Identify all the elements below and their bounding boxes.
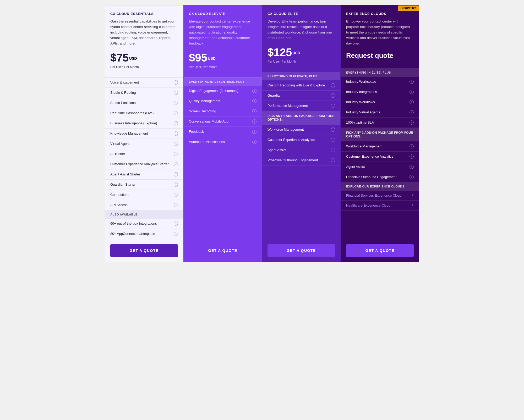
list-item: Customer Experience Analytics Starteri (105, 159, 183, 169)
elevate-cta-area: GET A QUOTE (184, 239, 262, 262)
info-icon[interactable]: i (174, 142, 178, 146)
list-item: 100% Uptime SLAi (341, 118, 419, 128)
elevate-header: CX CLOUD ELEVATE Elevate your contact ce… (184, 5, 262, 77)
info-icon[interactable]: i (331, 158, 335, 162)
list-item: Workforce Managementi (262, 125, 340, 135)
info-icon[interactable]: i (174, 162, 178, 166)
elite-cta-button[interactable]: GET A QUOTE (268, 244, 335, 257)
info-icon[interactable]: i (174, 222, 178, 226)
info-icon[interactable]: i (410, 144, 414, 148)
info-icon[interactable]: i (174, 101, 178, 105)
list-item: Proactive Outbound Engagementi (341, 172, 419, 182)
elevate-description: Elevate your contact center experience w… (189, 19, 256, 46)
list-item: Agent Assisti (262, 145, 340, 155)
elevate-price-usd: USD (208, 56, 216, 60)
essentials-description: Gain the essential capabilities to get y… (110, 19, 178, 46)
essentials-cta-button[interactable]: GET A QUOTE (110, 244, 178, 257)
info-icon[interactable]: i (174, 203, 178, 207)
list-item: Guardian Starteri (105, 180, 183, 190)
info-icon[interactable]: i (174, 111, 178, 115)
essentials-price-period: Per User, Per Month (110, 65, 178, 69)
list-item: AI Traineri (105, 149, 183, 159)
list-item: Voice Engagementi (105, 78, 183, 88)
info-icon[interactable]: i (174, 80, 178, 85)
elevate-features: EVERYTHING IN ESSENTIALS, PLUS Digital E… (184, 78, 262, 239)
info-icon[interactable]: i (331, 128, 335, 132)
experience-pick-any-header: PICK ANY 1 ADD-ON PACKAGE FROM FOUR OPTI… (341, 128, 419, 141)
elevate-price-amount: $95 (189, 52, 207, 64)
elite-features-header: EVERYTHING IN ELEVATE, PLUS (262, 72, 340, 80)
info-icon[interactable]: i (410, 100, 414, 104)
elite-price-period: Per User, Per Month (268, 60, 335, 63)
experience-features-header: EVERYTHING IN ELITE, PLUS (341, 68, 419, 77)
info-icon[interactable]: i (252, 130, 256, 134)
info-icon[interactable]: i (331, 83, 335, 87)
info-icon[interactable]: i (252, 140, 256, 144)
list-item: Real-time Dashboards (Live)i (105, 108, 183, 118)
elite-cta-area: GET A QUOTE (262, 239, 340, 262)
elevate-features-header: EVERYTHING IN ESSENTIALS, PLUS (184, 78, 262, 86)
info-icon[interactable]: i (174, 121, 178, 125)
list-item: Studio Functionsi (105, 98, 183, 108)
info-icon[interactable]: i (410, 90, 414, 94)
list-item: Connectionsi (105, 190, 183, 200)
info-icon[interactable]: i (174, 131, 178, 136)
list-item: Performance Managementi (262, 101, 340, 111)
elevate-price: $95USD (189, 52, 256, 64)
info-icon[interactable]: i (174, 183, 178, 187)
essentials-price-amount: $75 (110, 52, 129, 64)
info-icon[interactable]: i (252, 99, 256, 103)
info-icon[interactable]: i (410, 165, 414, 169)
elevate-cta-button[interactable]: GET A QUOTE (189, 244, 256, 257)
list-item: Industry Virtual Agentsi (341, 107, 419, 118)
list-item: Workforce Managementi (341, 141, 419, 152)
elite-description: Develop Elite team performance, turn ins… (268, 19, 335, 41)
experience-cta-area: GET A QUOTE (341, 239, 419, 262)
info-icon[interactable]: i (410, 80, 414, 84)
financial-services-link[interactable]: Financial Services Experience Cloud ↗ (341, 191, 419, 201)
info-icon[interactable]: i (331, 138, 335, 142)
essentials-features: Voice Engagementi Studio & Routingi Stud… (105, 78, 183, 239)
elevate-title: CX CLOUD ELEVATE (189, 12, 256, 16)
elite-price-amount: $125 (268, 46, 292, 58)
info-icon[interactable]: i (174, 193, 178, 197)
experience-description: Empower your contact center with purpose… (346, 19, 414, 46)
info-icon[interactable]: i (252, 89, 256, 93)
info-icon[interactable]: i (410, 154, 414, 159)
info-icon[interactable]: i (410, 120, 414, 125)
info-icon[interactable]: i (252, 109, 256, 113)
list-item: Industry Workspacei (341, 77, 419, 87)
list-item: Business Intelligence (Explore)i (105, 118, 183, 129)
essentials-price-usd: USD (129, 56, 137, 60)
experience-cta-button[interactable]: GET A QUOTE (346, 244, 414, 257)
external-link-icon: ↗ (411, 203, 414, 207)
list-item: Digital Engagement (3 channels)i (184, 86, 262, 96)
info-icon[interactable]: i (174, 232, 178, 236)
info-icon[interactable]: i (174, 91, 178, 95)
elite-features: EVERYTHING IN ELEVATE, PLUS Custom Repor… (262, 72, 340, 239)
list-item: Automated Notificationsi (184, 137, 262, 147)
experience-features: EVERYTHING IN ELITE, PLUS Industry Works… (341, 68, 419, 239)
list-item: Virtual Agenti (105, 139, 183, 149)
list-item: 80+ AppConnect marketplacei (105, 229, 183, 239)
explore-header: EXPLORE OUR EXPERIENCE CLOUDS (341, 182, 419, 191)
elite-header: CX CLOUD ELITE Develop Elite team perfor… (262, 5, 340, 72)
healthcare-link[interactable]: Healthcare Experience Cloud ↗ (341, 201, 419, 211)
list-item: Guardiani (262, 91, 340, 101)
list-item: Industry Workflowsi (341, 97, 419, 107)
info-icon[interactable]: i (331, 148, 335, 152)
request-quote: Request quote (346, 52, 414, 60)
info-icon[interactable]: i (331, 104, 335, 108)
list-item: Feedbacki (184, 127, 262, 137)
list-item: Agent Assist Starteri (105, 169, 183, 180)
essentials-title: CX CLOUD ESSENTIALS (110, 12, 178, 16)
plan-elite: CX CLOUD ELITE Develop Elite team perfor… (262, 5, 341, 262)
elite-pick-any-header: PICK ANY 1 ADD-ON PACKAGE FROM FOUR OPTI… (262, 111, 340, 125)
info-icon[interactable]: i (410, 175, 414, 179)
info-icon[interactable]: i (252, 119, 256, 124)
info-icon[interactable]: i (331, 93, 335, 98)
info-icon[interactable]: i (174, 172, 178, 176)
info-icon[interactable]: i (410, 110, 414, 114)
info-icon[interactable]: i (174, 152, 178, 156)
essentials-cta-area: GET A QUOTE (105, 239, 183, 262)
